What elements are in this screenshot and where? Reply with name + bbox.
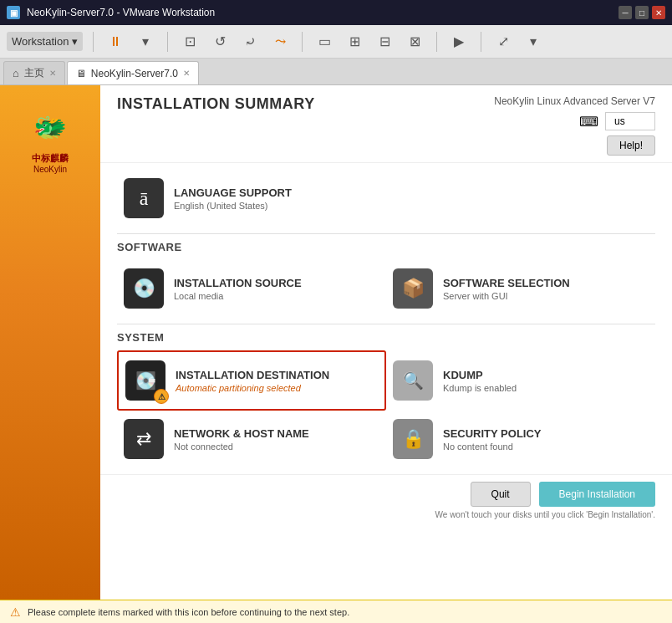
workstation-label: Workstation	[12, 35, 69, 48]
security-item[interactable]: 🔒 SECURITY POLICY No content found	[386, 411, 655, 467]
toolbar-separator-5	[481, 32, 481, 52]
screen4-icon[interactable]: ⊠	[403, 30, 426, 54]
installation-source-item[interactable]: 💿 INSTALLATION SOURCE Local media	[117, 260, 386, 317]
toolbar-separator-3	[302, 32, 303, 52]
keyboard-row: ⌨ us	[579, 112, 655, 130]
minimize-button[interactable]: ─	[619, 6, 632, 19]
logo-image: 🐲	[17, 102, 84, 152]
begin-installation-button[interactable]: Begin Installation	[539, 482, 655, 507]
tab-vm-close[interactable]: ✕	[183, 69, 190, 78]
tab-home[interactable]: ⌂ 主页 ✕	[3, 61, 65, 84]
logo-en-text: NeoKylin	[33, 165, 67, 174]
tab-bar: ⌂ 主页 ✕ 🖥 NeoKylin-Server7.0 ✕	[0, 59, 672, 85]
system-header: SYSTEM	[117, 331, 655, 344]
system-grid: 💽 ⚠ INSTALLATION DESTINATION Automatic p…	[117, 350, 655, 467]
snapshot2-icon[interactable]: ⤾	[238, 30, 262, 54]
software-selection-item[interactable]: 📦 SOFTWARE SELECTION Server with GUI	[386, 260, 655, 317]
dest-text: INSTALLATION DESTINATION Automatic parti…	[176, 369, 329, 393]
tab-vm-label: NeoKylin-Server7.0	[91, 68, 178, 79]
software-grid: 💿 INSTALLATION SOURCE Local media 📦 SOFT…	[117, 260, 655, 317]
localization-grid: ā LANGUAGE SUPPORT English (United State…	[117, 170, 655, 227]
pause-icon[interactable]: ⏸	[104, 30, 127, 54]
toolbar-dropdown[interactable]: ▾	[522, 30, 545, 54]
network-sub: Not connected	[174, 442, 309, 452]
kdump-text: KDUMP Kdump is enabled	[443, 369, 517, 393]
network-icon: ⇄	[124, 419, 164, 459]
main-area: 🐲 中标麒麟 NeoKylin INSTALLATION SUMMARY Neo…	[0, 85, 672, 600]
screen1-icon[interactable]: ▭	[313, 30, 336, 54]
source-title: INSTALLATION SOURCE	[174, 277, 302, 289]
keyboard-icon: ⌨	[579, 114, 598, 130]
screen2-icon[interactable]: ⊞	[343, 30, 366, 54]
warning-triangle-icon: ⚠	[10, 605, 21, 619]
toolbar: Workstation ▾ ⏸ ▾ ⊡ ↺ ⤾ ⤳ ▭ ⊞ ⊟ ⊠ ▶ ⤢ ▾	[0, 25, 672, 59]
console-icon[interactable]: ▶	[447, 30, 471, 54]
toolbar-separator-4	[436, 32, 437, 52]
dropdown-arrow: ▾	[72, 35, 78, 48]
product-name: NeoKylin Linux Advanced Server V7	[494, 95, 655, 107]
vm-icon: 🖥	[76, 68, 86, 79]
language-support-item[interactable]: ā LANGUAGE SUPPORT English (United State…	[117, 170, 386, 227]
tab-vm[interactable]: 🖥 NeoKylin-Server7.0 ✕	[67, 61, 199, 84]
kdump-icon: 🔍	[393, 360, 433, 401]
snapshot-icon[interactable]: ↺	[208, 30, 232, 54]
warning-overlay: ⚠	[154, 389, 169, 404]
security-title: SECURITY POLICY	[443, 427, 542, 440]
app-icon: ▣	[7, 6, 20, 19]
localization-section: ā LANGUAGE SUPPORT English (United State…	[100, 163, 672, 233]
maximize-button[interactable]: □	[635, 6, 649, 19]
screen3-icon[interactable]: ⊟	[373, 30, 396, 54]
security-icon: 🔒	[393, 419, 433, 459]
software-header: SOFTWARE	[117, 241, 655, 253]
software-section: SOFTWARE 💿 INSTALLATION SOURCE Local med…	[100, 234, 672, 324]
software-icon: 📦	[393, 268, 433, 309]
dest-title: INSTALLATION DESTINATION	[176, 369, 329, 381]
close-button[interactable]: ✕	[652, 6, 665, 19]
toolbar-separator	[93, 32, 94, 52]
bottom-note: We won't touch your disks until you clic…	[117, 510, 655, 519]
warning-text: Please complete items marked with this i…	[28, 607, 349, 617]
quit-button[interactable]: Quit	[471, 482, 531, 507]
usb-icon[interactable]: ⤳	[268, 30, 292, 54]
toolbar-btn-2[interactable]: ▾	[134, 30, 157, 54]
workstation-menu[interactable]: Workstation ▾	[7, 32, 83, 51]
dest-icon: 💽 ⚠	[125, 360, 165, 401]
kdump-sub: Kdump is enabled	[443, 383, 517, 393]
network-title: NETWORK & HOST NAME	[174, 427, 309, 440]
language-text: LANGUAGE SUPPORT English (United States)	[174, 186, 292, 211]
language-icon: ā	[124, 178, 164, 218]
dest-sub: Automatic partitioning selected	[176, 383, 329, 393]
window-title: NeoKylin-Server7.0 - VMware Workstation	[27, 7, 619, 18]
language-title: LANGUAGE SUPPORT	[174, 186, 292, 199]
software-text: SOFTWARE SELECTION Server with GUI	[443, 277, 570, 301]
fullscreen-icon[interactable]: ⤢	[491, 30, 515, 54]
logo-area: 🐲 中标麒麟 NeoKylin	[17, 102, 84, 174]
kdump-title: KDUMP	[443, 369, 517, 381]
keyboard-value[interactable]: us	[605, 112, 655, 130]
window-controls: ─ □ ✕	[619, 6, 665, 19]
kdump-item[interactable]: 🔍 KDUMP Kdump is enabled	[386, 350, 655, 411]
logo-cn-text: 中标麒麟	[32, 152, 69, 165]
toolbar-separator-2	[167, 32, 168, 52]
language-sub: English (United States)	[174, 201, 292, 211]
installation-title: INSTALLATION SUMMARY	[117, 95, 315, 113]
title-bar: ▣ NeoKylin-Server7.0 - VMware Workstatio…	[0, 0, 672, 25]
source-text: INSTALLATION SOURCE Local media	[174, 277, 302, 301]
network-item[interactable]: ⇄ NETWORK & HOST NAME Not connected	[117, 411, 386, 467]
button-row: Quit Begin Installation	[117, 482, 655, 507]
warning-banner: ⚠ Please complete items marked with this…	[0, 600, 672, 623]
help-button[interactable]: Help!	[607, 135, 655, 156]
software-sub: Server with GUI	[443, 291, 570, 301]
installation-dest-item[interactable]: 💽 ⚠ INSTALLATION DESTINATION Automatic p…	[117, 350, 386, 411]
security-sub: No content found	[443, 442, 542, 452]
source-icon: 💿	[124, 268, 164, 309]
installation-header: INSTALLATION SUMMARY NeoKylin Linux Adva…	[100, 85, 672, 163]
source-sub: Local media	[174, 291, 302, 301]
header-right: NeoKylin Linux Advanced Server V7 ⌨ us H…	[494, 95, 655, 156]
tab-home-label: 主页	[24, 66, 44, 80]
tab-home-close[interactable]: ✕	[49, 69, 56, 78]
home-icon: ⌂	[13, 67, 19, 79]
send-input-icon[interactable]: ⊡	[178, 30, 201, 54]
security-text: SECURITY POLICY No content found	[443, 427, 542, 452]
bottom-bar: Quit Begin Installation We won't touch y…	[100, 474, 672, 526]
